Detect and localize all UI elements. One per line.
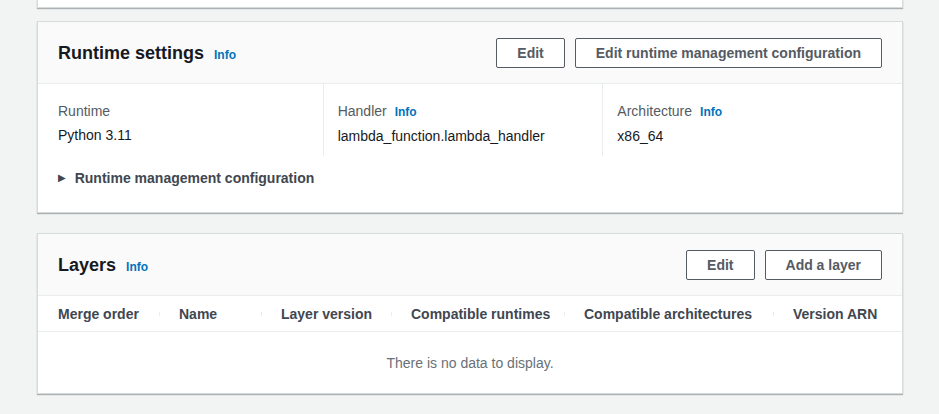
column-header-layer-version: Layer version [261, 304, 391, 324]
lambda-console-content: Runtime settings Info Edit Edit runtime … [0, 0, 939, 414]
edit-layers-button[interactable]: Edit [686, 250, 754, 280]
handler-value: lambda_function.lambda_handler [338, 126, 589, 146]
column-header-compatible-runtimes: Compatible runtimes [391, 304, 564, 324]
handler-field: Handler Info lambda_function.lambda_hand… [323, 84, 603, 156]
runtime-settings-title: Runtime settings [58, 42, 204, 64]
runtime-field-label-row: Runtime [58, 101, 309, 121]
column-header-compatible-architectures: Compatible architectures [564, 304, 773, 324]
layers-panel: Layers Info Edit Add a layer Merge order… [37, 233, 903, 394]
add-a-layer-button[interactable]: Add a layer [765, 250, 882, 280]
runtime-management-configuration-expander[interactable]: ▶ Runtime management configuration [58, 168, 882, 212]
runtime-settings-columns: Runtime Python 3.11 Handler Info lambda_… [58, 84, 882, 156]
runtime-value: Python 3.11 [58, 125, 309, 145]
runtime-settings-body: Runtime Python 3.11 Handler Info lambda_… [38, 84, 902, 212]
runtime-settings-header: Runtime settings Info Edit Edit runtime … [38, 22, 902, 84]
edit-runtime-settings-button[interactable]: Edit [496, 38, 564, 68]
architecture-field-label-row: Architecture Info [617, 101, 868, 122]
previous-panel-edge [37, 0, 903, 8]
architecture-field: Architecture Info x86_64 [602, 84, 882, 156]
handler-label: Handler [338, 101, 387, 121]
layers-header: Layers Info Edit Add a layer [38, 234, 902, 296]
runtime-settings-actions: Edit Edit runtime management configurati… [496, 38, 882, 68]
layers-table-empty-state: There is no data to display. [38, 332, 902, 393]
runtime-settings-title-group: Runtime settings Info [58, 42, 236, 64]
handler-info-link[interactable]: Info [395, 102, 417, 122]
runtime-field: Runtime Python 3.11 [58, 84, 323, 156]
architecture-info-link[interactable]: Info [700, 102, 722, 122]
empty-state-message: There is no data to display. [386, 355, 553, 371]
column-header-version-arn: Version ARN [773, 304, 902, 324]
column-header-name: Name [159, 304, 261, 324]
architecture-value: x86_64 [617, 126, 868, 146]
edit-runtime-management-configuration-button[interactable]: Edit runtime management configuration [575, 38, 882, 68]
handler-field-label-row: Handler Info [338, 101, 589, 122]
architecture-label: Architecture [617, 101, 692, 121]
layers-title: Layers [58, 254, 116, 276]
runtime-management-configuration-expander-label: Runtime management configuration [75, 168, 315, 188]
runtime-settings-info-link[interactable]: Info [214, 48, 236, 62]
layers-title-group: Layers Info [58, 254, 148, 276]
runtime-label: Runtime [58, 101, 110, 121]
layers-actions: Edit Add a layer [686, 250, 882, 280]
runtime-settings-panel: Runtime settings Info Edit Edit runtime … [37, 21, 903, 213]
layers-info-link[interactable]: Info [126, 260, 148, 274]
expand-caret-icon: ▶ [58, 168, 66, 188]
column-header-merge-order: Merge order [38, 304, 159, 324]
layers-table-header-row: Merge order Name Layer version Compatibl… [38, 296, 902, 332]
